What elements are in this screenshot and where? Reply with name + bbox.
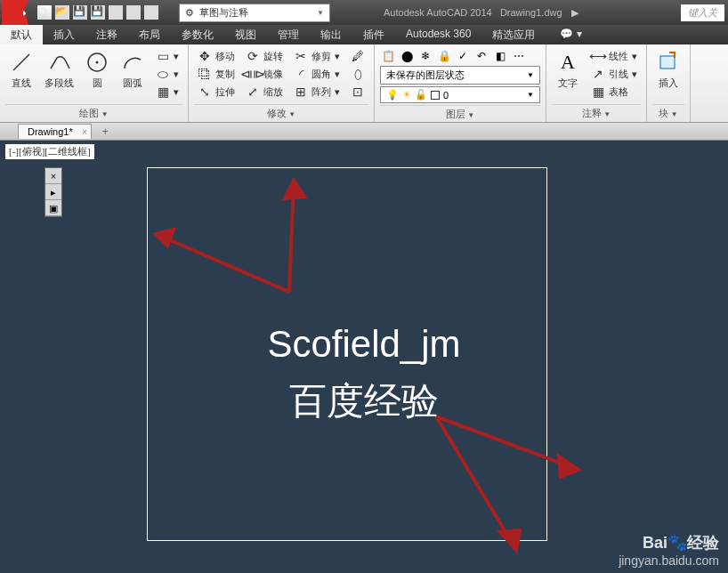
svg-line-8 [436,416,578,470]
ribbon: 直线 多段线 圆 圆弧 ▭ ▾ ⬭ ▾ ▦ ▾ 绘图 [0,44,728,123]
ribbon-help-icon[interactable]: 💬 ▾ [553,25,588,44]
layer-lock-icon[interactable]: 🔒 [436,48,452,64]
arc-icon [120,50,145,75]
layer-prev-icon[interactable]: ↶ [473,48,489,64]
move-button[interactable]: ✥移动 [194,48,239,64]
ribbon-tabs: 默认 插入 注释 布局 参数化 视图 管理 输出 插件 Autodesk 360… [0,25,728,44]
nav-bar: × ▸ ▣ [44,167,62,217]
leader-button[interactable]: ↗引线 ▾ [587,66,641,82]
modify-extra-2[interactable]: ⬯ [347,66,368,82]
app-menu-icon[interactable] [2,0,28,25]
offset-icon: ⊡ [351,85,365,99]
array-icon: ⊞ [294,85,308,99]
tab-parametric[interactable]: 参数化 [171,25,224,44]
modify-extra-3[interactable]: ⊡ [347,84,368,100]
polyline-button[interactable]: 多段线 [41,48,77,102]
draw-extra-2[interactable]: ⬭ ▾ [152,66,182,82]
layer-props-icon[interactable]: 📋 [380,48,396,64]
app-title: Autodesk AutoCAD 2014 Drawing1.dwg [384,7,562,18]
layer-iso-icon[interactable]: ◧ [492,48,508,64]
text-button[interactable]: A 文字 [552,48,584,102]
panel-block: 插入 块 [647,44,691,122]
linear-dim-button[interactable]: ⟷线性 ▾ [587,48,641,64]
new-tab-button[interactable]: + [97,125,114,138]
nav-close-icon[interactable]: × [45,168,61,184]
panel-layer-label[interactable]: 图层 [380,105,540,123]
svg-marker-11 [500,530,520,550]
array-button[interactable]: ⊞阵列 ▾ [290,84,344,100]
layer-current-dropdown[interactable]: 💡 ☀ 🔓 0 [380,86,540,103]
tab-autodesk360[interactable]: Autodesk 360 [395,25,481,44]
stretch-icon: ⤡ [198,85,212,99]
hatch-icon: ▦ [156,85,170,99]
table-button[interactable]: ▦表格 [587,84,641,100]
draw-extra-3[interactable]: ▦ ▾ [152,84,182,100]
search-input[interactable]: 键入关 [681,4,724,21]
erase-icon: 🖉 [351,49,365,63]
stretch-button[interactable]: ⤡拉伸 [194,84,239,100]
nav-play-icon[interactable]: ▸ [45,184,61,200]
open-icon[interactable]: 📂 [55,5,69,20]
redo-icon[interactable]: ↷ [144,5,158,20]
file-tab-drawing1[interactable]: Drawing1* × [18,124,92,139]
tab-layout[interactable]: 布局 [128,25,171,44]
rotate-button[interactable]: ⟳旋转 [242,48,287,64]
mirror-button[interactable]: ⧏⧐镜像 [242,66,287,82]
drawing-canvas[interactable]: [-][俯视][二维线框] × ▸ ▣ Scofield_jm 百度经验 Bai… [0,141,728,573]
svg-marker-7 [285,181,304,198]
layer-state-dropdown[interactable]: 未保存的图层状态 [380,66,540,85]
plot-icon[interactable]: 🖶 [109,5,123,20]
layer-more-icon[interactable]: ⋯ [511,48,527,64]
panel-draw-label[interactable]: 绘图 [5,104,182,122]
tab-view[interactable]: 视图 [224,25,267,44]
footer-watermark: Bai🐾经验 jingyan.baidu.com [619,530,719,568]
ellipse-icon: ⬭ [156,67,170,81]
svg-point-2 [96,61,99,64]
tab-insert[interactable]: 插入 [43,25,85,44]
panel-annotate-label[interactable]: 注释 [552,104,641,122]
insert-icon [656,50,681,75]
close-tab-icon[interactable]: × [82,127,87,137]
sun-icon: ☀ [402,89,411,101]
fillet-icon: ◜ [294,67,308,81]
fillet-button[interactable]: ◜圆角 ▾ [290,66,344,82]
tab-output[interactable]: 输出 [310,25,352,44]
workspace-label: 草图与注释 [199,6,248,20]
layer-off-icon[interactable]: ⬤ [399,48,415,64]
workspace-dropdown[interactable]: ⚙ 草图与注释 [179,4,330,22]
save-icon[interactable]: 💾 [73,5,87,20]
saveas-icon[interactable]: 💾 [91,5,105,20]
circle-button[interactable]: 圆 [81,48,113,102]
trim-icon: ✂ [294,49,308,63]
layer-match-icon[interactable]: ✓ [455,48,471,64]
watermark-source: 百度经验 [289,376,439,426]
tab-featured[interactable]: 精选应用 [481,25,546,44]
bulb-icon: 💡 [386,89,399,101]
viewport-label[interactable]: [-][俯视][二维线框] [5,144,94,159]
titlebar-arrow-icon[interactable]: ▶ [571,7,578,19]
tab-addins[interactable]: 插件 [352,25,395,44]
draw-extra-1[interactable]: ▭ ▾ [152,48,182,64]
nav-steering-icon[interactable]: ▣ [45,200,61,216]
tab-annotate[interactable]: 注释 [85,25,128,44]
tab-default[interactable]: 默认 [0,25,43,44]
linear-icon: ⟷ [591,49,605,63]
line-button[interactable]: 直线 [5,48,37,102]
modify-extra-1[interactable]: 🖉 [347,48,368,64]
undo-icon[interactable]: ↶ [126,5,141,20]
tab-manage[interactable]: 管理 [267,25,310,44]
new-icon[interactable]: ▢ [37,5,52,20]
panel-block-label[interactable]: 块 [652,104,684,122]
scale-button[interactable]: ⤢缩放 [242,84,287,100]
copy-button[interactable]: ⿻复制 [194,66,239,82]
trim-button[interactable]: ✂修剪 ▾ [290,48,344,64]
layer-icon-row-top: 📋 ⬤ ❄ 🔒 ✓ ↶ ◧ ⋯ [380,48,540,64]
layer-freeze-icon[interactable]: ❄ [417,48,433,64]
panel-modify-label[interactable]: 修改 [194,104,368,122]
file-tab-bar: Drawing1* × + [0,123,728,141]
insert-block-button[interactable]: 插入 [652,48,684,102]
arc-button[interactable]: 圆弧 [117,48,149,102]
color-swatch [431,91,440,100]
rotate-icon: ⟳ [246,49,260,63]
annotation-arrow-2 [249,167,347,292]
